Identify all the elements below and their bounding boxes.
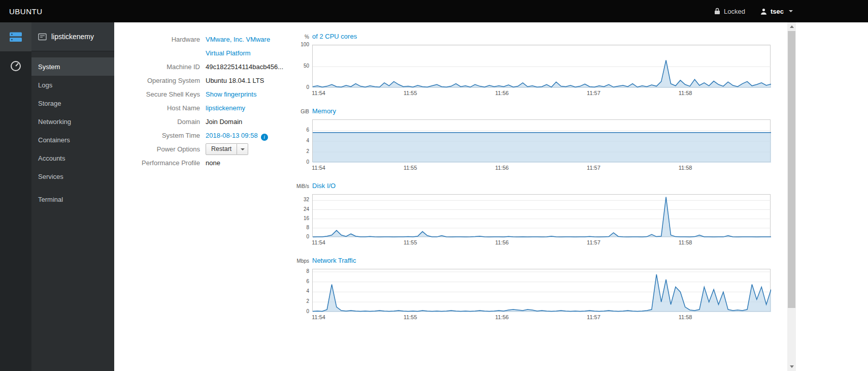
user-icon xyxy=(760,8,767,15)
topbar-right: Locked tsec xyxy=(714,0,793,22)
restart-button[interactable]: Restart xyxy=(206,143,237,155)
x-axis-label: 11:57 xyxy=(582,164,605,171)
server-outline-icon xyxy=(38,33,47,41)
system-time-link[interactable]: 2018-08-13 09:58 xyxy=(206,132,258,139)
hardware-label: Hardware xyxy=(120,33,206,60)
brand-logo: UBUNTU xyxy=(9,7,43,16)
domain-label: Domain xyxy=(120,115,206,129)
chart-unit-label: MiB/s xyxy=(294,182,312,191)
user-menu[interactable]: tsec xyxy=(760,8,793,15)
hardware-link-line1[interactable]: VMware, Inc. VMware xyxy=(206,36,270,43)
show-fingerprints-link[interactable]: Show fingerprints xyxy=(206,90,256,98)
host-name-label: Host Name xyxy=(120,101,206,115)
x-axis-label: 11:54 xyxy=(308,164,330,171)
y-axis-label: 24 xyxy=(294,206,309,212)
x-axis-label: 11:56 xyxy=(491,89,513,97)
system-page: Hardware VMware, Inc. VMware Virtual Pla… xyxy=(114,22,787,371)
info-row-performance-profile: Performance Profile none xyxy=(120,156,283,170)
y-axis-label: 0 xyxy=(294,159,309,165)
disk-io-chart-plot xyxy=(312,194,771,237)
machine-id-label: Machine ID xyxy=(120,60,206,74)
lock-status-button[interactable]: Locked xyxy=(714,8,745,15)
y-axis-label: 0 xyxy=(294,84,309,90)
hardware-link-line2[interactable]: Virtual Platform xyxy=(206,49,251,57)
sidebar-item-system[interactable]: System xyxy=(31,57,114,76)
memory-chart-title-link[interactable]: Memory xyxy=(312,107,336,115)
chart-header: % of 2 CPU cores xyxy=(294,33,771,45)
x-axis-label: 11:54 xyxy=(308,239,330,246)
sidebar-item-containers[interactable]: Containers xyxy=(31,131,114,149)
system-info-panel: Hardware VMware, Inc. VMware Virtual Pla… xyxy=(120,33,283,170)
memory-chart: GiB Memory 024611:5411:5511:5611:5711:58 xyxy=(294,107,771,171)
x-axis-label: 11:58 xyxy=(674,164,696,171)
sidebar-item-networking[interactable]: Networking xyxy=(31,112,114,131)
disk-io-chart-title-link[interactable]: Disk I/O xyxy=(312,182,336,190)
y-axis-label: 4 xyxy=(294,288,309,294)
x-axis-label: 11:55 xyxy=(399,239,421,246)
x-axis-label: 11:55 xyxy=(399,89,421,97)
machine-id-value: 49c1822514114bacb456... xyxy=(206,60,283,74)
host-name-link[interactable]: lipstickenemy xyxy=(206,104,245,112)
info-row-system-time: System Time 2018-08-13 09:58i xyxy=(120,129,283,142)
charts-column: % of 2 CPU cores 05010011:5411:5511:5611… xyxy=(294,33,771,331)
user-name-label: tsec xyxy=(771,8,784,15)
chevron-down-icon xyxy=(789,10,793,12)
performance-profile-value: none xyxy=(206,156,220,170)
sidebar-item-accounts[interactable]: Accounts xyxy=(31,149,114,167)
scrollbar-thumb[interactable] xyxy=(788,31,795,308)
info-row-ssh-keys: Secure Shell Keys Show fingerprints xyxy=(120,87,283,101)
performance-profile-label: Performance Profile xyxy=(120,156,206,170)
info-row-power-options: Power Options Restart xyxy=(120,142,283,156)
sidebar-item-services[interactable]: Services xyxy=(31,167,114,186)
network-traffic-chart-title-link[interactable]: Network Traffic xyxy=(312,257,356,265)
y-axis-label: 0 xyxy=(294,308,309,315)
power-options-split-button: Restart xyxy=(206,143,248,155)
y-axis-label: 8 xyxy=(294,225,309,231)
y-axis-label: 2 xyxy=(294,298,309,304)
join-domain-value[interactable]: Join Domain xyxy=(206,115,242,129)
x-axis-label: 11:58 xyxy=(674,314,696,321)
scrollbar[interactable] xyxy=(787,22,796,371)
chevron-down-icon xyxy=(241,148,245,150)
chart-unit-label: GiB xyxy=(294,108,312,116)
y-axis-label: 32 xyxy=(294,197,309,203)
sidebar-item-logs[interactable]: Logs xyxy=(31,76,114,94)
info-row-domain: Domain Join Domain xyxy=(120,115,283,129)
sidebar-item-terminal[interactable]: Terminal xyxy=(31,190,114,208)
y-axis-label: 50 xyxy=(294,63,309,69)
memory-chart-plot xyxy=(312,119,771,162)
server-tile[interactable] xyxy=(0,22,31,51)
info-row-hardware: Hardware VMware, Inc. VMware Virtual Pla… xyxy=(120,33,283,60)
network-traffic-chart-plot xyxy=(312,269,771,312)
x-axis-label: 11:58 xyxy=(674,89,696,97)
chart-unit-label: Mbps xyxy=(294,257,312,265)
x-axis-label: 11:54 xyxy=(308,314,330,321)
time-info-icon[interactable]: i xyxy=(261,134,268,141)
sidebar-item-storage[interactable]: Storage xyxy=(31,94,114,112)
x-axis-label: 11:56 xyxy=(491,239,513,246)
host-switcher xyxy=(0,22,31,371)
x-axis-label: 11:57 xyxy=(582,89,605,97)
os-value: Ubuntu 18.04.1 LTS xyxy=(206,74,264,87)
os-label: Operating System xyxy=(120,74,206,87)
power-options-dropdown[interactable] xyxy=(237,143,248,155)
disk-io-chart: MiB/s Disk I/O 0816243211:5411:5511:5611… xyxy=(294,182,771,246)
lock-icon xyxy=(714,8,720,15)
network-traffic-chart: Mbps Network Traffic 0246811:5411:5511:5… xyxy=(294,257,771,321)
hostname-header: lipstickenemy xyxy=(31,22,114,51)
x-axis-label: 11:56 xyxy=(491,314,513,321)
y-axis-label: 2 xyxy=(294,148,309,154)
info-row-host-name: Host Name lipstickenemy xyxy=(120,101,283,115)
system-time-label: System Time xyxy=(120,129,206,142)
sidebar: lipstickenemy System Logs Storage Networ… xyxy=(31,22,114,371)
y-axis-label: 4 xyxy=(294,138,309,144)
cpu-chart-title-link[interactable]: of 2 CPU cores xyxy=(312,33,357,41)
sidebar-nav: System Logs Storage Networking Container… xyxy=(31,51,114,208)
scroll-down-button[interactable] xyxy=(787,362,796,371)
power-options-label: Power Options xyxy=(120,142,206,156)
chart-header: MiB/s Disk I/O xyxy=(294,182,771,194)
scroll-up-button[interactable] xyxy=(787,22,796,31)
y-axis-label: 100 xyxy=(294,42,309,48)
lock-status-label: Locked xyxy=(724,8,745,15)
dashboard-tile[interactable] xyxy=(0,51,31,80)
